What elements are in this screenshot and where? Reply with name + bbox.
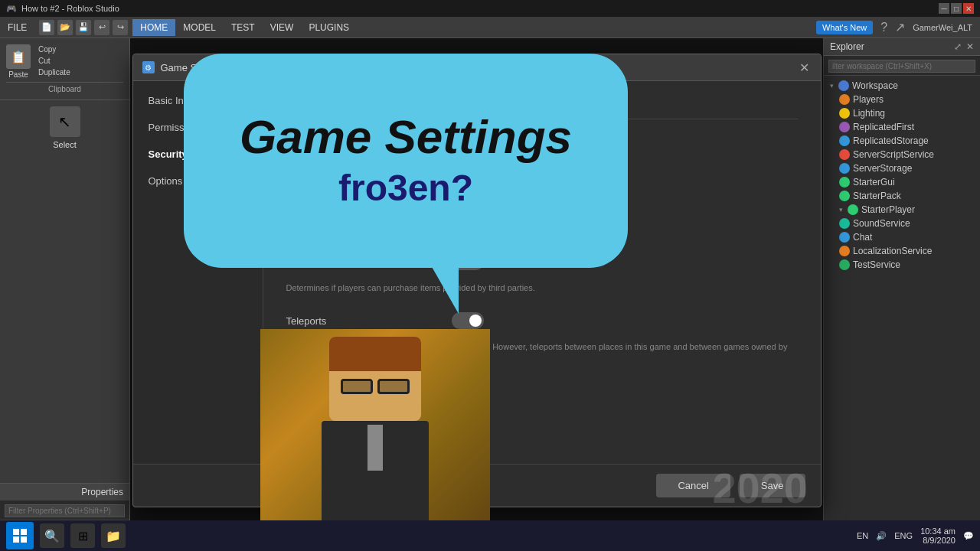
tree-item-chat[interactable]: Chat xyxy=(824,230,980,244)
title-bar-left: 🎮 How to #2 - Roblox Studio xyxy=(6,4,119,14)
char-glasses xyxy=(341,379,410,396)
duplicate-button[interactable]: Duplicate xyxy=(35,67,74,77)
app-icon: 🎮 xyxy=(6,4,17,14)
main-layout: 📋 Paste Copy Cut Duplicate Clipboard ↖ S… xyxy=(0,38,980,551)
menu-file[interactable]: FILE xyxy=(0,19,34,36)
properties-filter[interactable] xyxy=(0,500,129,520)
workspace-chevron: ▾ xyxy=(830,82,834,90)
tree-item-server-script-service[interactable]: ServerScriptService xyxy=(824,148,980,161)
localization-label: LocalizationService xyxy=(853,246,932,256)
menu-home[interactable]: HOME xyxy=(132,19,175,36)
workspace-label: Workspace xyxy=(852,80,898,91)
menu-model[interactable]: MODEL xyxy=(175,19,224,36)
explorer-controls: ⤢ ✕ xyxy=(954,41,974,52)
explorer-filter-area[interactable] xyxy=(824,56,980,76)
tree-item-starter-pack[interactable]: StarterPack xyxy=(824,189,980,203)
explorer-filter-input[interactable] xyxy=(828,60,975,73)
notification-button[interactable]: 💬 xyxy=(963,531,974,541)
cancel-button[interactable]: Cancel xyxy=(656,474,730,497)
starter-pack-icon xyxy=(839,191,850,201)
taskbar-language: EN xyxy=(857,531,868,540)
char-head xyxy=(329,337,421,421)
minimize-button[interactable]: ─ xyxy=(939,3,949,14)
glass-right xyxy=(377,379,410,394)
share-icon[interactable]: ↗ xyxy=(895,20,905,34)
bubble-title: Game Settings xyxy=(240,113,572,161)
server-script-icon xyxy=(839,149,850,160)
copy-button[interactable]: Copy xyxy=(35,44,74,54)
glass-left xyxy=(341,379,373,394)
sound-service-label: SoundService xyxy=(853,218,910,229)
explorer-panel: Explorer ⤢ ✕ ▾ Workspace Players Lightin… xyxy=(823,38,980,551)
tree-item-workspace[interactable]: ▾ Workspace xyxy=(824,79,980,93)
close-button[interactable]: ✕ xyxy=(963,3,974,14)
undo-icon[interactable]: ↩ xyxy=(94,20,109,35)
menu-test[interactable]: TEST xyxy=(224,19,263,36)
side-buttons: Copy Cut Duplicate xyxy=(35,44,74,79)
menu-plugins[interactable]: PLUGINS xyxy=(301,19,357,36)
tree-item-lighting[interactable]: Lighting xyxy=(824,106,980,120)
save-button[interactable]: Save xyxy=(740,474,805,497)
new-icon[interactable]: 📄 xyxy=(39,20,54,35)
paste-icon: 📋 xyxy=(6,44,31,69)
menu-view[interactable]: VIEW xyxy=(263,19,302,36)
svg-rect-0 xyxy=(13,529,19,535)
char-body xyxy=(322,421,429,536)
username: GamerWei_ALT xyxy=(913,23,972,32)
taskbar-right: EN 🔊 ENG 10:34 am 8/9/2020 💬 xyxy=(857,527,974,545)
replicated-storage-label: ReplicatedStorage xyxy=(853,135,929,146)
tree-item-starter-player[interactable]: ▾ StarterPlayer xyxy=(824,203,980,217)
teleports-toggle[interactable] xyxy=(452,312,484,329)
menu-bar: FILE 📄 📂 💾 ↩ ↪ HOME MODEL TEST VIEW PLUG… xyxy=(0,17,980,38)
task-view-button[interactable]: ⊞ xyxy=(70,523,95,548)
sound-service-icon xyxy=(839,218,850,229)
tree-item-players[interactable]: Players xyxy=(824,93,980,106)
search-taskbar-button[interactable]: 🔍 xyxy=(40,523,64,548)
bubble-subtitle: fro3en? xyxy=(338,167,473,209)
save-icon[interactable]: 💾 xyxy=(76,20,91,35)
open-icon[interactable]: 📂 xyxy=(57,20,73,35)
dialog-close-button[interactable]: ✕ xyxy=(798,60,812,74)
help-icon[interactable]: ? xyxy=(880,21,887,34)
test-service-icon xyxy=(839,259,850,270)
players-icon xyxy=(839,94,850,105)
window-title: How to #2 - Roblox Studio xyxy=(21,4,119,13)
tree-item-localization[interactable]: LocalizationService xyxy=(824,244,980,258)
properties-title: Properties xyxy=(81,487,123,497)
taskbar: 🔍 ⊞ 📁 EN 🔊 ENG 10:34 am 8/9/2020 💬 xyxy=(0,520,980,551)
server-script-label: ServerScriptService xyxy=(853,149,934,160)
file-explorer-button[interactable]: 📁 xyxy=(101,523,126,548)
date: 8/9/2020 xyxy=(920,536,956,545)
tree-item-sound-service[interactable]: SoundService xyxy=(824,217,980,230)
workspace-icon xyxy=(838,80,849,91)
teleports-label: Teleports xyxy=(286,315,439,327)
time-display: 10:34 am 8/9/2020 xyxy=(920,527,956,545)
title-bar-controls[interactable]: ─ □ ✕ xyxy=(939,3,974,14)
tree-item-starter-gui[interactable]: StarterGui xyxy=(824,175,980,189)
tree-item-server-storage[interactable]: ServerStorage xyxy=(824,161,980,175)
localization-icon xyxy=(839,246,850,256)
taskbar-speaker-icon[interactable]: 🔊 xyxy=(876,531,887,541)
dialog-title-icon: ⚙ xyxy=(142,61,155,73)
paste-button[interactable]: 📋 Paste xyxy=(6,44,31,79)
explorer-expand-icon[interactable]: ⤢ xyxy=(954,41,962,52)
windows-icon xyxy=(12,528,28,543)
select-icon: ↖ xyxy=(50,106,80,137)
time: 10:34 am xyxy=(920,527,956,536)
tree-item-replicated-first[interactable]: ReplicatedFirst xyxy=(824,120,980,134)
replicated-storage-icon xyxy=(839,135,850,146)
filter-input[interactable] xyxy=(5,504,125,517)
char-tie xyxy=(368,425,383,471)
explorer-close-icon[interactable]: ✕ xyxy=(966,41,974,52)
maximize-button[interactable]: □ xyxy=(951,3,962,14)
paste-label: Paste xyxy=(8,70,28,79)
lighting-icon xyxy=(839,108,850,119)
character-area xyxy=(260,329,490,551)
tree-item-replicated-storage[interactable]: ReplicatedStorage xyxy=(824,134,980,148)
redo-icon[interactable]: ↪ xyxy=(113,20,128,35)
toolbar-icons: 📄 📂 💾 ↩ ↪ xyxy=(34,20,132,35)
start-button[interactable] xyxy=(6,522,34,549)
whats-new-button[interactable]: What's New xyxy=(816,21,873,34)
cut-button[interactable]: Cut xyxy=(35,56,74,66)
tree-item-test-service[interactable]: TestService xyxy=(824,258,980,272)
